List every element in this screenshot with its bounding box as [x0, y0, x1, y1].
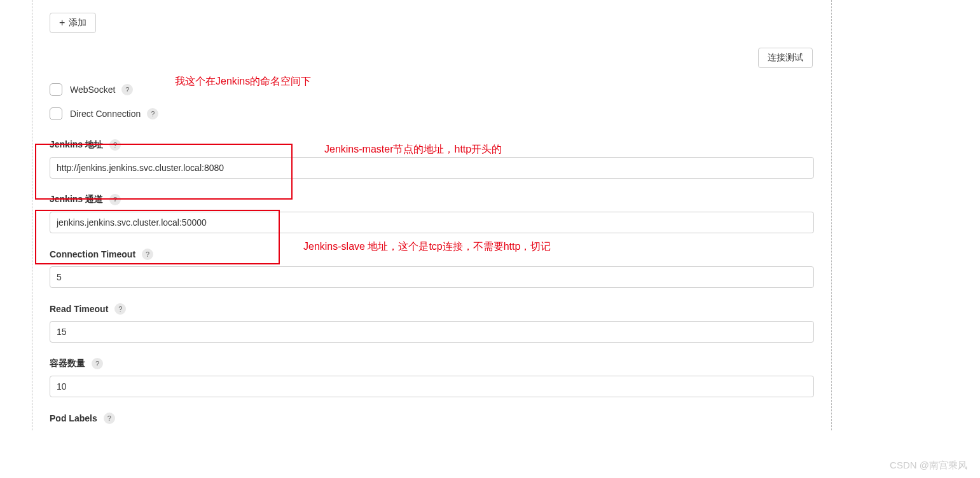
pod-labels-label: Pod Labels — [50, 413, 97, 423]
read-timeout-label-row: Read Timeout ? — [50, 303, 814, 315]
help-icon[interactable]: ? — [109, 194, 121, 205]
websocket-label: WebSocket — [70, 85, 115, 95]
fields-wrap: Jenkins 地址 ? Jenkins 通道 ? Connection Tim… — [50, 139, 814, 424]
connection-timeout-label-row: Connection Timeout ? — [50, 249, 814, 260]
jenkins-url-input[interactable] — [50, 157, 814, 179]
add-button-label: 添加 — [69, 17, 86, 29]
test-connection-label: 连接测试 — [768, 52, 803, 62]
help-icon[interactable]: ? — [147, 108, 158, 119]
read-timeout-input[interactable] — [50, 321, 814, 343]
form-container: + 添加 连接测试 WebSocket ? Direct Connection … — [32, 0, 832, 424]
jenkins-tunnel-group: Jenkins 通道 ? — [50, 194, 814, 233]
connection-timeout-input[interactable] — [50, 266, 814, 288]
container-cap-label-row: 容器数量 ? — [50, 358, 814, 369]
help-icon[interactable]: ? — [114, 303, 126, 315]
plus-icon: + — [59, 18, 65, 28]
direct-connection-checkbox[interactable] — [50, 107, 62, 120]
help-icon[interactable]: ? — [109, 139, 121, 151]
read-timeout-label: Read Timeout — [50, 304, 108, 314]
pod-labels-group: Pod Labels ? — [50, 413, 814, 424]
jenkins-tunnel-input[interactable] — [50, 212, 814, 233]
help-icon[interactable]: ? — [104, 413, 115, 424]
help-icon[interactable]: ? — [92, 358, 103, 369]
jenkins-url-label-row: Jenkins 地址 ? — [50, 139, 814, 151]
direct-connection-row: Direct Connection ? — [50, 107, 814, 120]
websocket-checkbox[interactable] — [50, 83, 62, 96]
websocket-row: WebSocket ? — [50, 83, 814, 96]
add-button[interactable]: + 添加 — [50, 13, 96, 33]
container-cap-label: 容器数量 — [50, 358, 85, 369]
checkbox-section: WebSocket ? Direct Connection ? — [50, 83, 814, 120]
help-icon[interactable]: ? — [121, 84, 133, 95]
help-icon[interactable]: ? — [142, 249, 153, 260]
connection-timeout-label: Connection Timeout — [50, 249, 135, 259]
jenkins-url-label: Jenkins 地址 — [50, 139, 103, 151]
jenkins-tunnel-label-row: Jenkins 通道 ? — [50, 194, 814, 205]
jenkins-url-group: Jenkins 地址 ? — [50, 139, 814, 179]
jenkins-tunnel-label: Jenkins 通道 — [50, 194, 103, 205]
read-timeout-group: Read Timeout ? — [50, 303, 814, 343]
connection-timeout-group: Connection Timeout ? — [50, 249, 814, 288]
direct-connection-label: Direct Connection — [70, 109, 141, 119]
container-cap-input[interactable] — [50, 376, 814, 397]
test-connection-button[interactable]: 连接测试 — [758, 48, 813, 68]
pod-labels-label-row: Pod Labels ? — [50, 413, 814, 424]
container-cap-group: 容器数量 ? — [50, 358, 814, 397]
